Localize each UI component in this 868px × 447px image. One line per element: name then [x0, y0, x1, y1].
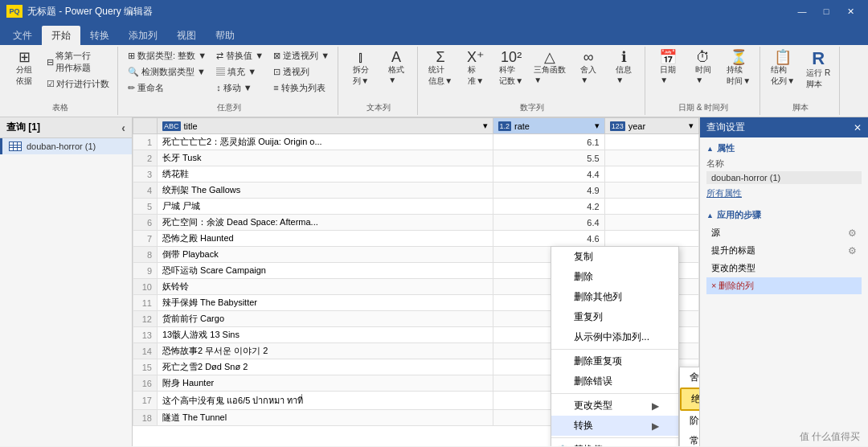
watermark: 值 什么值得买: [800, 430, 860, 444]
date-button[interactable]: 📅 日期▼: [652, 48, 684, 86]
year-filter-btn[interactable]: ▾: [689, 121, 694, 131]
maximize-button[interactable]: □: [815, 0, 837, 23]
query-panel-collapse-btn[interactable]: ‹: [121, 121, 125, 134]
col-header-num[interactable]: [133, 118, 158, 134]
fill-button[interactable]: ▤ 填充 ▼: [213, 64, 267, 80]
cm-remove-dups[interactable]: 删除重复项: [551, 351, 678, 371]
standard-icon: X⁺: [467, 50, 485, 64]
table-row[interactable]: 4 绞刑架 The Gallows 4.9: [133, 182, 699, 199]
table-row[interactable]: 7 恐怖之殿 Haunted 4.6: [133, 231, 699, 247]
step-source-label: 源: [711, 227, 848, 239]
first-row-button[interactable]: ⊟ 将第一行用作标题: [43, 48, 113, 76]
step-promoted-headers[interactable]: 提升的标题 ⚙: [706, 242, 862, 259]
science-button[interactable]: 10² 科学记数▼: [495, 48, 527, 88]
year-cell: [604, 215, 698, 231]
table-row[interactable]: 1 死亡亡亡亡2：恶灵始源 Ouija: Origin o... 6.1: [133, 134, 699, 150]
name-value[interactable]: douban-horror (1): [706, 171, 862, 184]
sub-absolute[interactable]: 绝对值: [680, 388, 699, 411]
ribbon-group-structured: 📋 结构化列▼ R 运行 R脚本 脚本: [762, 47, 840, 115]
rate-filter-btn[interactable]: ▾: [595, 121, 600, 131]
right-panel-close-btn[interactable]: ✕: [854, 122, 862, 133]
table-row[interactable]: 2 长牙 Tusk 5.5: [133, 150, 699, 166]
to-list-button[interactable]: ≡ 转换为列表: [270, 80, 333, 96]
sub-round[interactable]: 舍入▶: [680, 367, 699, 388]
watermark-text: 值 什么值得买: [800, 431, 860, 442]
context-menu: 📋复制 删除 删除其他列 重复列 从示例中添加列... 删除重复项 删除错误 更…: [551, 246, 679, 446]
tab-view[interactable]: 视图: [167, 26, 206, 45]
tab-add-column[interactable]: 添加列: [119, 26, 167, 45]
split-col-button[interactable]: ⫿ 拆分列▼: [345, 48, 377, 88]
col-header-title[interactable]: ABC title ▾: [158, 118, 493, 134]
triangle-button[interactable]: △ 三角函数▼: [530, 48, 569, 86]
structured-group-label: 脚本: [767, 102, 834, 113]
name-label: 名称: [706, 158, 862, 170]
time-button[interactable]: ⏱ 时间▼: [687, 48, 719, 86]
title-filter-btn[interactable]: ▾: [483, 121, 488, 131]
year-cell: [604, 199, 698, 215]
statistics-button[interactable]: Σ 统计信息▼: [424, 48, 457, 88]
tab-home[interactable]: 开始: [42, 26, 80, 45]
query-panel: 查询 [1] ‹ douban-horror (1): [0, 117, 133, 446]
standard-button[interactable]: X⁺ 标准▼: [460, 48, 492, 88]
row-num-cell: 7: [133, 231, 158, 247]
all-properties-link[interactable]: 所有属性: [706, 187, 862, 199]
ribbon-group-date: 📅 日期▼ ⏱ 时间▼ ⏳ 持续时间▼ 日期 & 时间列: [647, 47, 760, 115]
cm-delete-other[interactable]: 删除其他列: [551, 287, 678, 307]
tab-file[interactable]: 文件: [3, 26, 42, 45]
cm-transform[interactable]: 转换▶: [551, 416, 678, 436]
step-source[interactable]: 源 ⚙: [706, 224, 862, 241]
step-source-gear[interactable]: ⚙: [848, 228, 857, 239]
info-button[interactable]: ℹ 信息▼: [608, 48, 640, 86]
steps-title: 应用的步骤: [706, 209, 862, 221]
table-row[interactable]: 3 绣花鞋 4.4: [133, 166, 699, 182]
data-type-button[interactable]: ⊞ 数据类型: 整数 ▼: [125, 48, 210, 64]
table-row[interactable]: 6 死亡空间：余波 Dead Space: Afterma... 6.4: [133, 215, 699, 231]
unpivot-button[interactable]: ⊠ 逆透视列 ▼: [270, 48, 333, 64]
cm-delete[interactable]: 删除: [551, 267, 678, 287]
cm-remove-errors[interactable]: 删除错误: [551, 371, 678, 392]
table-row[interactable]: 5 尸城 尸城 4.2: [133, 199, 699, 215]
cm-replace-values[interactable]: 替换值...: [551, 440, 678, 446]
col-header-rate[interactable]: 1.2 rate ▾: [493, 118, 604, 134]
ribbon-group-text: ⫿ 拆分列▼ A 格式▼ 文本列: [340, 47, 418, 115]
col-title-label: title: [184, 121, 198, 131]
run-r-button[interactable]: R 运行 R脚本: [802, 48, 834, 92]
cm-copy[interactable]: 📋复制: [551, 247, 678, 267]
transform-submenu: 舍入▶ 绝对值 阶乘 常用对数 自然对数 幂 平方根 文本转换▶: [679, 367, 699, 446]
sub-factorial[interactable]: 阶乘: [680, 411, 699, 431]
pivot-button[interactable]: ⊡ 透视列: [270, 64, 333, 80]
cm-duplicate[interactable]: 重复列: [551, 307, 678, 327]
ribbon-table-section: ⊞ 分组依据 ⊟ 将第一行用作标题 ☑ 对行进行计数: [8, 48, 113, 100]
group-by-button[interactable]: ⊞ 分组依据: [8, 48, 40, 88]
format-button[interactable]: A 格式▼: [380, 48, 412, 86]
minimize-button[interactable]: —: [791, 0, 813, 23]
science-icon: 10²: [501, 50, 522, 64]
step-changed-type[interactable]: 更改的类型: [706, 260, 862, 277]
count-rows-icon: ☑: [47, 79, 55, 89]
step-promoted-gear[interactable]: ⚙: [848, 245, 857, 256]
cm-change-type[interactable]: 更改类型▶: [551, 396, 678, 416]
cm-add-from-example[interactable]: 从示例中添加列...: [551, 327, 678, 347]
tab-help[interactable]: 帮助: [206, 26, 244, 45]
detect-type-button[interactable]: 🔍 检测数据类型 ▼: [125, 64, 210, 80]
tab-transform[interactable]: 转换: [80, 26, 119, 45]
duration-button[interactable]: ⏳ 持续时间▼: [723, 48, 755, 88]
title-cell: 附身 Haunter: [158, 375, 493, 392]
structured-button[interactable]: 📋 结构化列▼: [767, 48, 799, 88]
sub-log10[interactable]: 常用对数: [680, 431, 699, 446]
query-item-douban[interactable]: douban-horror (1): [0, 138, 132, 154]
triangle-icon: △: [544, 50, 555, 64]
date-group-label: 日期 & 时间列: [652, 102, 755, 113]
rename-button[interactable]: ✏ 重命名: [125, 80, 210, 96]
query-panel-header: 查询 [1] ‹: [0, 117, 132, 138]
count-rows-button[interactable]: ☑ 对行进行计数: [43, 76, 113, 92]
step-removed-col[interactable]: × 删除的列: [706, 277, 862, 294]
replace-values-button[interactable]: ⇄ 替换值 ▼: [213, 48, 267, 64]
col-header-year[interactable]: 123 year ▾: [604, 118, 698, 134]
rounding-button[interactable]: ∞ 舍入▼: [572, 48, 604, 86]
close-button[interactable]: ✕: [839, 0, 862, 23]
rate-type-icon: 1.2: [498, 121, 512, 131]
row-num-cell: 15: [133, 359, 158, 375]
cm-sep3: [551, 437, 678, 438]
move-button[interactable]: ↕ 移动 ▼: [213, 80, 267, 96]
